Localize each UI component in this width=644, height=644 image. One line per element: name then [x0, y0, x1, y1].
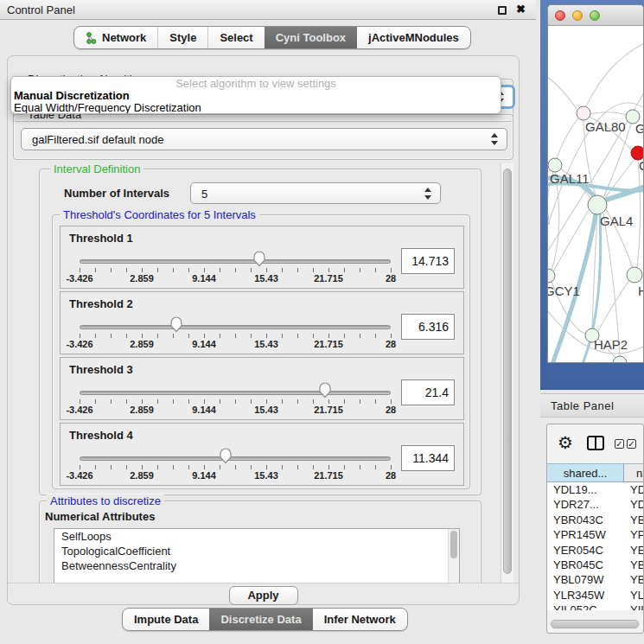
slider-tick-label: 9.144 [192, 273, 216, 284]
number-of-intervals-combobox[interactable]: 5 [190, 182, 441, 204]
table-cell[interactable]: YBR0 [624, 558, 643, 572]
popup-option[interactable]: Equal Width/Frequency Discretization [11, 102, 501, 114]
tab-style[interactable]: Style [157, 27, 207, 48]
tab-jactivemnodules[interactable]: jActiveMNodules [357, 27, 470, 48]
threshold-value-input[interactable] [401, 445, 455, 471]
table-cell[interactable]: YIL0 [624, 603, 643, 610]
attributes-scrollbar[interactable] [448, 529, 459, 583]
threshold-value-input[interactable] [401, 379, 455, 405]
threshold-slider-track[interactable] [80, 391, 391, 395]
threshold-slider-track[interactable] [80, 325, 391, 329]
apply-button[interactable]: Apply [229, 586, 298, 605]
tab-cyni-toolbox[interactable]: Cyni Toolbox [265, 27, 357, 48]
table-cell[interactable]: YDL19... [547, 482, 624, 497]
attribute-item[interactable]: BetweennessCentrality [54, 558, 459, 573]
table-row[interactable]: YIL052CYIL0 [547, 603, 643, 610]
slider-tick-label: 21.715 [314, 405, 343, 415]
table-cell[interactable]: YBL0 [624, 572, 643, 587]
slider-tick [391, 334, 392, 338]
network-node-GAL4[interactable] [588, 195, 607, 214]
slider-thumb[interactable] [252, 250, 266, 267]
network-node-GAL80[interactable] [577, 106, 590, 120]
table-cell[interactable]: YPR1 [624, 527, 643, 542]
tab-infer-network[interactable]: Infer Network [313, 609, 407, 630]
threshold-slider-track[interactable] [80, 456, 391, 461]
network-edge [548, 78, 577, 109]
slider-thumb[interactable] [219, 447, 233, 464]
table-row[interactable]: YDR27...YDR2 [547, 497, 643, 512]
slider-tick [95, 334, 96, 338]
slider-tick [391, 268, 392, 272]
checkbox-icon[interactable]: ✓ [627, 439, 636, 449]
close-button[interactable] [555, 10, 565, 21]
gear-icon[interactable]: ⚙︎ [558, 432, 573, 453]
checkbox-icon[interactable]: ✓ [615, 439, 624, 449]
panel-scrollbar[interactable] [501, 163, 513, 583]
slider-tick [157, 465, 158, 469]
threshold-value-input[interactable] [401, 248, 455, 274]
close-icon[interactable]: ✖ [516, 3, 526, 16]
threshold-label: Threshold 2 [69, 297, 133, 310]
slider-tick [188, 268, 189, 272]
slider-tick [282, 399, 283, 404]
slider-thumb[interactable] [318, 381, 332, 399]
slider-tick-label: -3.426 [66, 470, 92, 481]
split-columns-icon[interactable] [587, 436, 604, 450]
table-cell[interactable]: YPR145W [547, 527, 624, 542]
slider-tick [126, 268, 127, 272]
table-cell[interactable]: YBR043C [547, 513, 624, 527]
table-row[interactable]: YPR145WYPR1 [547, 527, 643, 542]
slider-tick [220, 334, 220, 338]
tab-network[interactable]: Network [74, 27, 157, 48]
table-cell[interactable]: YER0 [624, 543, 643, 558]
attribute-item[interactable]: SelfLoops [54, 529, 459, 544]
network-view-window[interactable]: GAL80GACGAL11GAL4GCY1HHAP2 [547, 4, 644, 363]
table-cell[interactable]: YDL1 [624, 482, 643, 497]
threshold-value-input[interactable] [401, 314, 455, 340]
network-edge [603, 214, 620, 356]
slider-tick-label: 2.859 [130, 339, 154, 349]
tab-impute-data[interactable]: Impute Data [123, 609, 209, 630]
threshold-slider-track[interactable] [80, 259, 391, 264]
slider-tick-label: 2.859 [130, 470, 154, 481]
table-row[interactable]: YER054CYER0 [547, 543, 643, 558]
table-cell[interactable]: YDR2 [624, 497, 643, 512]
attribute-item[interactable]: TopologicalCoefficient [54, 544, 459, 558]
float-window-icon[interactable] [498, 6, 507, 15]
minimize-button[interactable] [572, 10, 583, 21]
table-row[interactable]: YBR045CYBR0 [547, 558, 643, 572]
slider-tick [282, 268, 283, 272]
node-label: HAP2 [594, 337, 628, 352]
tab-discretize-data[interactable]: Discretize Data [209, 609, 312, 630]
table-data-combobox[interactable]: galFiltered.sif default node [21, 128, 507, 150]
slider-tick [95, 399, 96, 404]
column-header-shared-name[interactable]: shared... [547, 464, 624, 482]
table-horizontal-scrollbar[interactable] [550, 619, 641, 629]
slider-tick [235, 268, 236, 272]
slider-tick-label: 9.144 [192, 470, 216, 481]
table-row[interactable]: YLR345WYLR3 [547, 588, 643, 603]
network-node-H-node[interactable] [627, 267, 642, 283]
network-canvas[interactable]: GAL80GACGAL11GAL4GCY1HHAP2 [548, 26, 644, 363]
popup-option[interactable]: Manual Discretization [11, 90, 501, 102]
table-cell[interactable]: YIL052C [547, 603, 624, 610]
column-header-name[interactable]: na [624, 464, 643, 482]
table-cell[interactable]: YLR3 [624, 588, 643, 603]
table-cell[interactable]: YBL079W [547, 572, 624, 587]
table-row[interactable]: YDL19...YDL1 [547, 482, 643, 497]
table-cell[interactable]: YBR045C [547, 558, 624, 572]
table-cell[interactable]: YLR345W [547, 588, 624, 603]
network-node-GAL11[interactable] [548, 158, 562, 172]
tab-select[interactable]: Select [207, 27, 264, 48]
table-cell[interactable]: YBR0 [624, 513, 643, 527]
slider-thumb[interactable] [169, 316, 183, 333]
numerical-attributes-list[interactable]: SelfLoopsTopologicalCoefficientBetweenne… [54, 528, 460, 583]
table-row[interactable]: YBR043CYBR0 [547, 513, 643, 527]
slider-tick [251, 465, 252, 469]
zoom-button[interactable] [590, 10, 600, 21]
table-cell[interactable]: YDR27... [547, 497, 624, 512]
table-row[interactable]: YBL079WYBL0 [547, 572, 643, 587]
slider-tick [220, 465, 220, 469]
table-cell[interactable]: YER054C [547, 543, 624, 558]
threshold-label: Threshold 3 [69, 363, 133, 376]
